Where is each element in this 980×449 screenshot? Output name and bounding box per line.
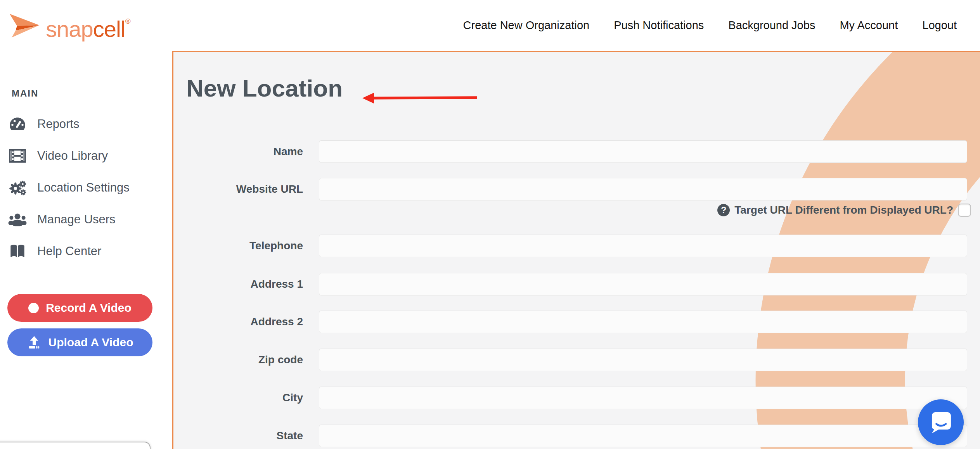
nav-create-new-organization[interactable]: Create New Organization <box>463 19 590 32</box>
top-navigation: Create New Organization Push Notificatio… <box>463 0 957 51</box>
form-row-state: State <box>173 425 980 447</box>
nav-my-account[interactable]: My Account <box>840 19 898 32</box>
nav-logout[interactable]: Logout <box>922 19 957 32</box>
cutoff-popup <box>0 442 151 449</box>
form-row-address-1: Address 1 <box>173 273 980 295</box>
app-root: snapcell® Create New Organization Push N… <box>0 0 980 449</box>
film-icon <box>7 145 28 166</box>
nav-background-jobs[interactable]: Background Jobs <box>728 19 815 32</box>
name-label: Name <box>173 140 303 163</box>
form-row-address-2: Address 2 <box>173 311 980 333</box>
sidebar-item-label: Video Library <box>37 149 108 163</box>
state-input[interactable] <box>319 425 967 447</box>
city-input[interactable] <box>319 387 967 409</box>
sidebar-item-label: Reports <box>37 117 80 131</box>
sidebar-item-video-library[interactable]: Video Library <box>0 140 172 172</box>
logo-wordmark: snapcell® <box>46 4 130 47</box>
logo-text-snap: snap <box>46 16 93 41</box>
sidebar-item-label: Location Settings <box>37 181 130 195</box>
target-url-label: Target URL Different from Displayed URL? <box>734 204 953 216</box>
snapcell-logo[interactable]: snapcell® <box>7 8 130 43</box>
sidebar-item-manage-users[interactable]: Manage Users <box>0 204 172 235</box>
sidebar-item-label: Help Center <box>37 244 101 258</box>
help-question-icon[interactable]: ? <box>717 204 730 216</box>
zip-code-label: Zip code <box>173 349 303 371</box>
sidebar: MAIN Reports <box>0 51 172 449</box>
upload-icon <box>27 335 42 350</box>
zip-code-input[interactable] <box>319 349 967 371</box>
top-bar: snapcell® Create New Organization Push N… <box>0 0 980 51</box>
paper-plane-icon <box>7 9 40 42</box>
upload-a-video-button[interactable]: Upload A Video <box>7 328 152 356</box>
form-row-zip-code: Zip code <box>173 349 980 371</box>
logo-trademark: ® <box>125 17 130 25</box>
gauge-icon <box>7 114 28 135</box>
sidebar-menu: Reports Video Library <box>0 108 172 267</box>
address-1-input[interactable] <box>319 273 967 295</box>
address-2-input[interactable] <box>319 311 967 333</box>
telephone-label: Telephone <box>173 235 303 257</box>
form-row-telephone: Telephone <box>173 235 980 257</box>
book-icon <box>7 241 28 262</box>
target-url-row: ? Target URL Different from Displayed UR… <box>319 202 971 219</box>
telephone-input[interactable] <box>319 235 967 257</box>
sidebar-item-label: Manage Users <box>37 212 116 226</box>
form-row-website-url: Website URL <box>173 178 980 200</box>
red-arrow-annotation <box>362 92 478 105</box>
city-label: City <box>173 387 303 409</box>
nav-push-notifications[interactable]: Push Notifications <box>614 19 704 32</box>
page-title: New Location <box>186 74 343 102</box>
chat-launcher-button[interactable] <box>918 399 964 445</box>
form-row-name: Name <box>173 140 980 163</box>
website-url-input[interactable] <box>319 178 967 200</box>
users-icon <box>7 209 28 230</box>
sidebar-section-main: MAIN <box>12 88 38 99</box>
record-dot-icon <box>28 303 39 313</box>
new-location-panel: New Location Name Website URL ? Target U… <box>172 51 980 449</box>
target-url-checkbox[interactable] <box>958 204 971 217</box>
name-input[interactable] <box>319 140 967 163</box>
sidebar-item-location-settings[interactable]: Location Settings <box>0 172 172 204</box>
gears-icon <box>7 177 28 198</box>
state-label: State <box>173 425 303 447</box>
record-button-label: Record A Video <box>46 301 132 314</box>
record-a-video-button[interactable]: Record A Video <box>7 294 152 322</box>
form-row-city: City <box>173 387 980 409</box>
sidebar-item-help-center[interactable]: Help Center <box>0 235 172 267</box>
sidebar-item-reports[interactable]: Reports <box>0 108 172 140</box>
upload-button-label: Upload A Video <box>48 336 133 349</box>
website-url-label: Website URL <box>173 178 303 200</box>
logo-text-cell: cell <box>93 16 125 41</box>
address-2-label: Address 2 <box>173 311 303 333</box>
chat-bubble-icon <box>927 408 955 436</box>
address-1-label: Address 1 <box>173 273 303 295</box>
